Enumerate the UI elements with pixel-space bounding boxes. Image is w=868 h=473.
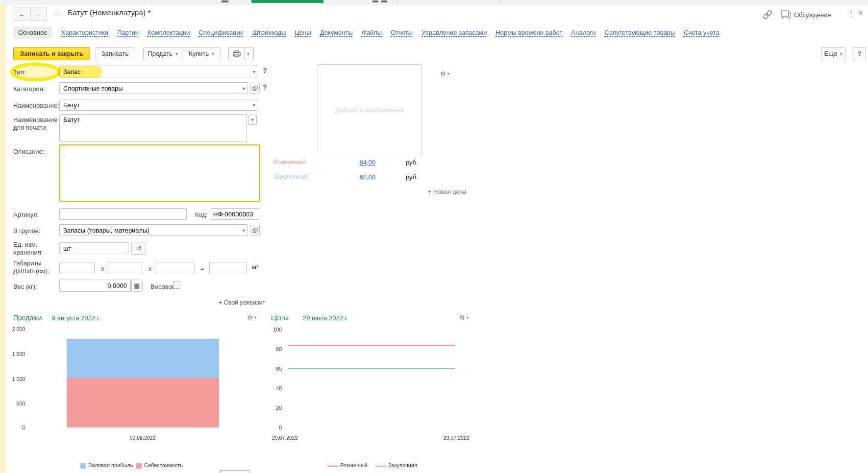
tab-upravlenie-zapasami[interactable]: Управление запасами xyxy=(422,29,487,36)
favorite-star-icon[interactable]: ☆ xyxy=(53,7,62,19)
chevron-down-icon[interactable]: ▾ xyxy=(253,69,255,74)
discussion-label[interactable]: Обсуждение xyxy=(794,11,831,19)
save-and-close-button[interactable]: Записать и закрыть xyxy=(13,47,90,60)
dim-volume-field[interactable] xyxy=(209,262,247,274)
print-name-dropdown-button[interactable]: ▾ xyxy=(248,115,257,125)
tab-scheta-ucheta[interactable]: Счета учета xyxy=(684,29,719,36)
group-open-button[interactable] xyxy=(250,225,260,236)
prices-ytick: 40 xyxy=(262,385,282,391)
chevron-down-icon[interactable]: ▾ xyxy=(243,228,245,233)
left-edge-strip xyxy=(0,4,5,473)
help-button[interactable]: ? xyxy=(853,47,866,60)
chevron-down-icon: ▾ xyxy=(251,117,253,122)
image-settings-gear[interactable]: ⚙▾ xyxy=(440,70,449,77)
forward-icon: → xyxy=(35,10,42,18)
gear-icon: ⚙ xyxy=(459,314,465,321)
code-field[interactable]: НФ-00000003 xyxy=(210,208,259,220)
custom-attribute-link[interactable]: + Свой реквизит xyxy=(219,299,265,306)
sales-chart-title: Продажи xyxy=(13,314,42,322)
print-name-field[interactable]: Батут xyxy=(59,114,247,142)
tab-analogi[interactable]: Аналоги xyxy=(571,29,596,36)
chevron-down-icon: ▾ xyxy=(840,51,843,56)
group-field[interactable]: Запасы (товары, материалы) ▾ xyxy=(59,224,248,236)
description-field[interactable] xyxy=(59,144,260,202)
purchase-price-link[interactable]: 60,00 xyxy=(341,173,375,181)
category-open-button[interactable] xyxy=(250,83,260,94)
prices-chart-date-link[interactable]: 29 июля 2022 г. xyxy=(303,314,348,322)
print-name-label: Наименование для печати: xyxy=(13,116,56,132)
legend-label-cost: Себестоимость xyxy=(144,462,183,468)
chevron-down-icon[interactable]: ▾ xyxy=(243,86,245,91)
buy-button[interactable]: Купить▾ xyxy=(182,47,221,60)
chevron-down-icon: ▾ xyxy=(212,51,214,56)
unit-history-button[interactable]: ↺ xyxy=(131,242,146,255)
type-field[interactable]: Запас ▾ xyxy=(59,66,258,77)
bottom-partial-box xyxy=(220,470,249,473)
sales-chart-date-link[interactable]: 9 августа 2022 г. xyxy=(52,314,100,322)
back-icon: ← xyxy=(19,10,25,18)
chevron-down-icon: ▾ xyxy=(467,315,469,320)
tab-dokumenty[interactable]: Документы xyxy=(320,29,353,36)
category-field[interactable]: Спортивные товары ▾ xyxy=(59,82,248,94)
dim-length-field[interactable] xyxy=(59,262,95,274)
price-row-name: Закупочная xyxy=(273,173,308,180)
product-image-dropzone[interactable]: Добавить изображение xyxy=(318,64,422,155)
category-help-icon[interactable]: ? xyxy=(263,83,267,91)
type-label: Тип: xyxy=(13,69,25,76)
tab-harakteristiki[interactable]: Характеристики xyxy=(61,29,108,36)
price-line-purchase[interactable] xyxy=(288,368,455,369)
bar-segment-cost[interactable] xyxy=(67,378,219,427)
tab-otchety[interactable]: Отчеты xyxy=(391,29,413,36)
sales-ytick: 500 xyxy=(5,401,25,406)
unit-field[interactable]: шт xyxy=(59,242,128,254)
bar-segment-profit[interactable] xyxy=(67,339,219,378)
save-button[interactable]: Записать xyxy=(96,47,134,60)
forward-button[interactable]: → xyxy=(31,7,47,21)
prices-chart-title: Цены xyxy=(271,314,289,322)
close-icon[interactable]: × xyxy=(858,8,864,18)
calculator-icon: ▦ xyxy=(134,282,140,289)
retail-currency: руб. xyxy=(406,159,418,166)
link-icon[interactable] xyxy=(761,8,774,21)
purchase-currency: руб. xyxy=(406,173,418,181)
tab-ceny[interactable]: Цены xyxy=(295,29,311,36)
weight-calculator-button[interactable]: ▦ xyxy=(131,280,143,292)
unit-label: Ед. изм. хранения: xyxy=(13,241,48,257)
tab-soputstvuyushchie[interactable]: Сопутствующие товары xyxy=(605,29,675,36)
progress-green-bar xyxy=(251,0,323,3)
prices-chart-gear[interactable]: ⚙▾ xyxy=(459,314,469,321)
weight-field[interactable]: 0,0000 xyxy=(59,280,131,292)
tab-komplektacii[interactable]: Комплектации xyxy=(148,29,190,36)
back-button[interactable]: ← xyxy=(14,7,31,21)
tab-normy-vremeni[interactable]: Нормы времени работ xyxy=(496,29,562,36)
retail-price-link[interactable]: 84,00 xyxy=(341,159,375,166)
open-icon xyxy=(252,228,258,233)
tab-specifikacii[interactable]: Спецификации xyxy=(198,29,244,36)
weighted-checkbox[interactable] xyxy=(173,282,180,289)
sell-button[interactable]: Продать▾ xyxy=(143,47,182,60)
prices-ytick: 60 xyxy=(262,366,282,372)
chevron-down-icon[interactable]: ▾ xyxy=(253,102,255,108)
print-button[interactable]: ▾ xyxy=(228,47,254,60)
tab-bar: Основное Характеристики Партии Комплекта… xyxy=(13,25,719,39)
image-placeholder: Добавить изображение xyxy=(335,106,404,114)
tab-faily[interactable]: Файлы xyxy=(362,29,382,36)
tab-osnovnoe[interactable]: Основное xyxy=(13,26,52,39)
dim-width-field[interactable] xyxy=(107,262,142,274)
sales-chart-gear[interactable]: ⚙▾ xyxy=(247,314,256,321)
price-row-name: Розничный xyxy=(273,158,306,166)
tab-shtrihkody[interactable]: Штрихкоды xyxy=(252,29,286,36)
price-line-retail[interactable] xyxy=(288,345,455,346)
discussion-icon[interactable] xyxy=(779,9,792,21)
prices-ytick: 100 xyxy=(262,327,282,332)
gear-icon: ⚙ xyxy=(440,70,446,77)
add-price-link[interactable]: + Новая цена xyxy=(428,189,466,195)
kebab-menu-icon[interactable]: ⋮ xyxy=(847,9,855,18)
name-field[interactable]: Батут ▾ xyxy=(59,99,258,111)
tab-partii[interactable]: Партии xyxy=(117,29,139,36)
type-help-icon[interactable]: ? xyxy=(263,67,267,74)
more-button[interactable]: Еще▾ xyxy=(821,47,845,60)
dim-sep-2: х xyxy=(149,265,152,273)
article-field[interactable] xyxy=(59,208,187,220)
dim-height-field[interactable] xyxy=(155,262,195,274)
